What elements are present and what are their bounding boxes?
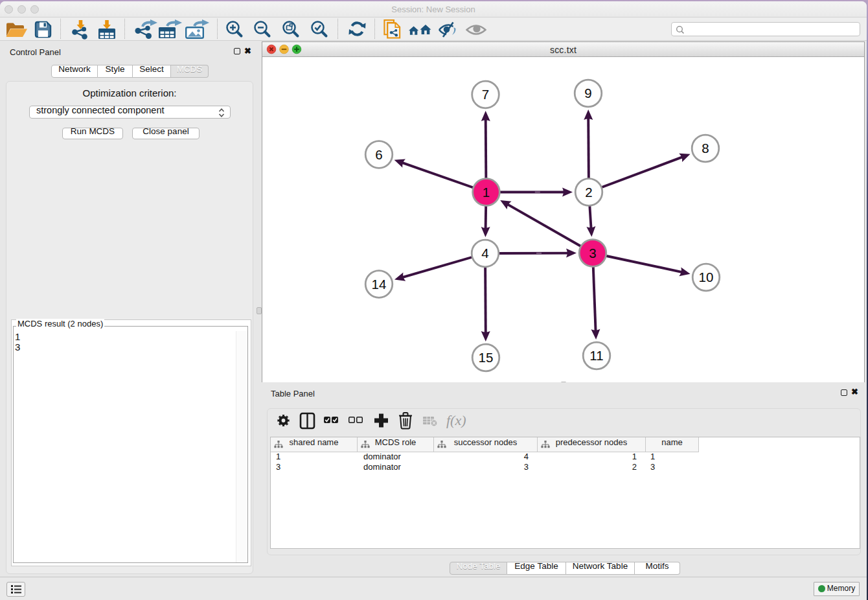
svg-text:9: 9 bbox=[584, 86, 591, 100]
svg-text:14: 14 bbox=[372, 277, 387, 292]
svg-text:2: 2 bbox=[585, 185, 592, 200]
svg-text:11: 11 bbox=[589, 348, 603, 363]
svg-text:f(x): f(x) bbox=[446, 412, 466, 428]
svg-text:3: 3 bbox=[589, 246, 596, 260]
svg-text:15: 15 bbox=[479, 350, 494, 365]
svg-text:10: 10 bbox=[699, 270, 714, 284]
svg-text:4: 4 bbox=[481, 246, 488, 260]
svg-text:8: 8 bbox=[702, 141, 709, 156]
svg-text:1: 1 bbox=[483, 185, 490, 200]
svg-text:6: 6 bbox=[375, 147, 382, 162]
svg-text:7: 7 bbox=[482, 87, 489, 102]
